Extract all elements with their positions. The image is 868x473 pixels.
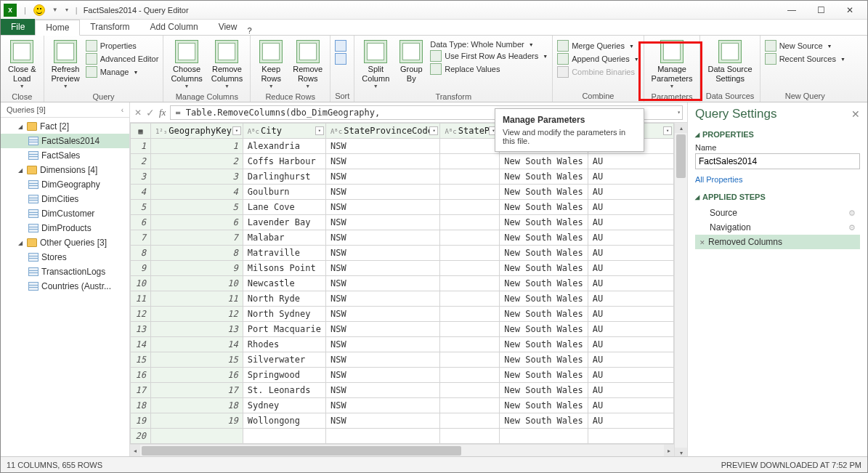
cell[interactable]: NSW <box>325 261 440 276</box>
cell[interactable]: AU <box>588 383 673 398</box>
cell[interactable]: Milsons Point <box>243 261 325 276</box>
cell[interactable]: 7 <box>150 230 243 246</box>
smiley-icon[interactable] <box>33 4 45 16</box>
cell[interactable]: Lavender Bay <box>243 215 325 230</box>
cell[interactable]: 5 <box>150 200 243 215</box>
close-settings-icon[interactable]: ✕ <box>851 108 860 120</box>
cell[interactable]: New South Wales <box>500 154 588 169</box>
cell[interactable]: NSW <box>325 398 440 413</box>
data-source-settings-button[interactable]: Data SourceSettings <box>705 39 755 84</box>
cell[interactable]: New South Wales <box>500 322 588 337</box>
cell[interactable]: New South Wales <box>500 307 588 322</box>
cell[interactable]: 17 <box>150 383 243 398</box>
minimize-button[interactable]: — <box>777 1 806 19</box>
choose-columns-button[interactable]: ChooseColumns▼ <box>168 39 205 91</box>
row-number[interactable]: 19 <box>131 413 151 429</box>
cell[interactable]: AU <box>588 307 673 322</box>
row-number[interactable]: 6 <box>131 215 151 230</box>
cell[interactable]: 3 <box>150 169 243 185</box>
query-node[interactable]: DimGeography <box>1 177 129 192</box>
cell[interactable]: New South Wales <box>500 169 588 185</box>
gear-icon[interactable]: ⚙ <box>848 223 856 233</box>
row-number[interactable]: 1 <box>131 139 151 154</box>
cell[interactable] <box>440 261 500 276</box>
applied-step[interactable]: ✕Removed Columns <box>695 235 860 249</box>
scroll-right-icon[interactable]: ▸ <box>664 445 674 457</box>
cell[interactable]: NSW <box>325 307 440 322</box>
cell[interactable]: NSW <box>325 276 440 291</box>
cell[interactable] <box>440 154 500 169</box>
row-number[interactable]: 4 <box>131 185 151 200</box>
tab-file[interactable]: File <box>1 19 35 35</box>
collapse-icon[interactable]: ‹ <box>121 106 123 114</box>
cell[interactable] <box>440 200 500 215</box>
cell[interactable]: Wollongong <box>243 413 325 429</box>
row-number[interactable]: 2 <box>131 154 151 169</box>
cell[interactable] <box>440 352 500 368</box>
cell[interactable]: New South Wales <box>500 200 588 215</box>
cell[interactable]: Malabar <box>243 230 325 246</box>
filter-dropdown-icon[interactable]: ▾ <box>315 126 324 135</box>
cell[interactable]: Goulburn <box>243 185 325 200</box>
cell[interactable]: AU <box>588 261 673 276</box>
data-type-button[interactable]: Data Type: Whole Number▼ <box>430 40 548 49</box>
vertical-scrollbar[interactable]: ▴ ▾ <box>674 123 687 458</box>
cell[interactable] <box>588 429 673 444</box>
query-node[interactable]: DimCities <box>1 192 129 206</box>
cell[interactable]: AU <box>588 169 673 185</box>
cell[interactable]: 8 <box>150 246 243 261</box>
properties-section[interactable]: ◢PROPERTIES <box>695 130 860 139</box>
close-load-button[interactable]: Close &Load▼ <box>5 39 39 91</box>
accept-formula-icon[interactable]: ✓ <box>146 107 155 118</box>
cell[interactable] <box>440 215 500 230</box>
cell[interactable]: NSW <box>325 246 440 261</box>
cell[interactable]: 11 <box>150 291 243 307</box>
horizontal-scrollbar[interactable]: ◂ ▸ <box>130 444 674 457</box>
row-number[interactable]: 7 <box>131 230 151 246</box>
cell[interactable] <box>500 429 588 444</box>
cell[interactable]: New South Wales <box>500 398 588 413</box>
column-header[interactable]: AᴮcStatePr▾ <box>440 124 500 139</box>
remove-columns-button[interactable]: RemoveColumns▼ <box>208 39 246 91</box>
cell[interactable]: New South Wales <box>500 352 588 368</box>
cell[interactable]: 18 <box>150 398 243 413</box>
cell[interactable]: Sydney <box>243 398 325 413</box>
row-number[interactable]: 16 <box>131 368 151 383</box>
formula-dropdown-icon[interactable]: ▾ <box>677 109 681 116</box>
row-number[interactable]: 15 <box>131 352 151 368</box>
row-number[interactable]: 3 <box>131 169 151 185</box>
cell[interactable]: Lane Cove <box>243 200 325 215</box>
gear-icon[interactable]: ⚙ <box>848 209 856 218</box>
cell[interactable]: AU <box>588 154 673 169</box>
cell[interactable]: NSW <box>325 230 440 246</box>
cell[interactable]: AU <box>588 337 673 352</box>
cell[interactable]: 10 <box>150 276 243 291</box>
cell[interactable]: 16 <box>150 368 243 383</box>
keep-rows-button[interactable]: KeepRows▼ <box>255 39 287 91</box>
cell[interactable] <box>440 291 500 307</box>
tab-view[interactable]: View <box>208 19 248 35</box>
cell[interactable]: New South Wales <box>500 368 588 383</box>
column-header[interactable]: 1²₃GeographyKey▾ <box>150 124 243 139</box>
cell[interactable] <box>440 337 500 352</box>
cell[interactable]: NSW <box>325 200 440 215</box>
v-scroll-thumb[interactable] <box>676 134 686 178</box>
cell[interactable]: NSW <box>325 215 440 230</box>
query-node[interactable]: Countries (Austr... <box>1 279 129 294</box>
remove-rows-button[interactable]: RemoveRows▼ <box>290 39 325 91</box>
cell[interactable] <box>440 246 500 261</box>
folder-node[interactable]: ◢Dimensions [4] <box>1 163 129 177</box>
cell[interactable]: New South Wales <box>500 261 588 276</box>
fx-icon[interactable]: fx <box>159 107 166 118</box>
cell[interactable] <box>440 185 500 200</box>
merge-queries-button[interactable]: Merge Queries▼ <box>557 40 638 52</box>
cell[interactable] <box>440 169 500 185</box>
qat-dropdown-icon[interactable]: ▼ <box>52 7 58 13</box>
row-number[interactable]: 18 <box>131 398 151 413</box>
cell[interactable] <box>440 429 500 444</box>
row-number[interactable]: 12 <box>131 307 151 322</box>
split-column-button[interactable]: SplitColumn▼ <box>359 39 392 91</box>
cell[interactable]: NSW <box>325 337 440 352</box>
delete-step-icon[interactable]: ✕ <box>699 239 705 246</box>
recent-sources-button[interactable]: Recent Sources▼ <box>765 53 845 65</box>
